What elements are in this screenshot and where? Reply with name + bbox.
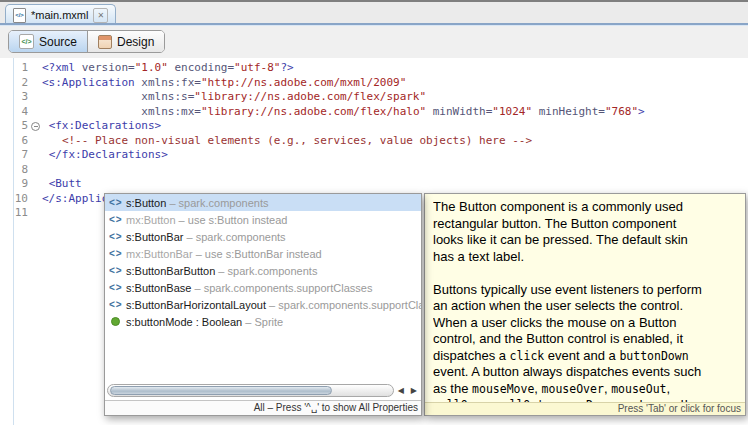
scrollbar-track[interactable] [107, 384, 394, 397]
line-number: 5 [0, 119, 31, 134]
code-line[interactable]: 5 <fx:Declarations> [0, 119, 748, 134]
code-line[interactable]: 9 <Butt [0, 177, 748, 192]
doc-paragraph: Buttons typically use event listeners to… [433, 282, 743, 403]
code-text: <fx:Declarations> [42, 119, 748, 134]
completion-name: s:Button [126, 197, 166, 209]
completion-item[interactable]: <>mx:Button – use s:Button instead [105, 211, 421, 228]
popup-hscrollbar[interactable]: ◀ ▶ [107, 382, 419, 399]
property-dot-icon [111, 317, 120, 326]
tag-icon: <> [109, 231, 126, 242]
completion-name: s:ButtonBarButton [126, 265, 215, 277]
code-text: xmlns:mx="library://ns.adobe.com/flex/ha… [42, 105, 748, 120]
completion-item[interactable]: s:buttonMode : Boolean – Sprite [105, 313, 421, 330]
completion-description: – spark.components [166, 197, 268, 209]
doc-status-text: Press 'Tab' or click for focus [425, 402, 745, 415]
completion-item[interactable]: <>s:ButtonBar – spark.components [105, 228, 421, 245]
scrollbar-arrows: ◀ ▶ [398, 386, 419, 395]
completion-description: – use s:ButtonBar instead [193, 248, 322, 260]
design-icon [98, 35, 112, 49]
collapse-icon[interactable] [31, 122, 40, 131]
code-completion-popup: <>s:Button – spark.components<>mx:Button… [104, 193, 422, 416]
tag-icon: <> [109, 197, 126, 208]
code-text: <s:Application xmlns:fx="http://ns.adobe… [42, 76, 748, 91]
completion-item[interactable]: <>s:ButtonBase – spark.components.suppor… [105, 279, 421, 296]
code-line[interactable]: 8 [0, 163, 748, 178]
close-icon[interactable]: ✕ [93, 8, 108, 23]
tag-icon: <> [109, 299, 126, 310]
completion-list: <>s:Button – spark.components<>mx:Button… [105, 194, 421, 330]
fold-column [31, 177, 42, 192]
code-line[interactable]: 6 <!-- Place non-visual elements (e.g., … [0, 134, 748, 149]
completion-name: s:ButtonBar [126, 231, 183, 243]
tag-icon: <> [109, 248, 126, 259]
code-line[interactable]: 7 </fx:Declarations> [0, 148, 748, 163]
line-number: 7 [0, 148, 31, 163]
fold-column [31, 76, 42, 91]
doc-tooltip-panel[interactable]: The Button component is a commonly used … [424, 193, 746, 416]
line-number: 6 [0, 134, 31, 149]
code-line[interactable]: 4 xmlns:mx="library://ns.adobe.com/flex/… [0, 105, 748, 120]
fold-column [31, 163, 42, 178]
code-line[interactable]: 1<?xml version="1.0" encoding="utf-8"?> [0, 61, 748, 76]
property-icon [109, 317, 126, 326]
scrollbar-thumb[interactable] [110, 386, 332, 395]
code-line[interactable]: 2<s:Application xmlns:fx="http://ns.adob… [0, 76, 748, 91]
fold-column [31, 105, 42, 120]
completion-name: mx:Button [126, 214, 176, 226]
fold-column [31, 206, 42, 221]
fold-column [31, 148, 42, 163]
design-button-label: Design [117, 35, 154, 49]
completion-description: – Sprite [242, 316, 283, 328]
completion-item[interactable]: <>s:ButtonBarButton – spark.components [105, 262, 421, 279]
source-code-icon: </> [19, 34, 34, 49]
line-number: 3 [0, 90, 31, 105]
code-line[interactable]: 3 xmlns:s="library://ns.adobe.com/flex/s… [0, 90, 748, 105]
source-button[interactable]: </> Source [9, 31, 87, 52]
code-text: xmlns:s="library://ns.adobe.com/flex/spa… [42, 90, 748, 105]
completion-description: – spark.components [183, 231, 285, 243]
source-design-switch: </> Source Design [8, 30, 165, 53]
mxml-file-icon: </> [13, 8, 26, 23]
completion-item[interactable]: <>s:Button – spark.components [105, 194, 421, 211]
doc-text: The Button component is a commonly used … [433, 199, 743, 402]
fold-column [31, 90, 42, 105]
line-number: 11 [0, 206, 31, 221]
scroll-right-icon[interactable]: ▶ [411, 386, 417, 395]
flash-builder-window: </> *main.mxml ✕ </> Source Design 1<?xm… [0, 0, 748, 425]
editor-tab-bar: </> *main.mxml ✕ [0, 0, 748, 23]
source-button-label: Source [39, 35, 77, 49]
line-number: 10 [0, 192, 31, 207]
completion-description: – use s:Button instead [176, 214, 288, 226]
tag-icon: <> [109, 214, 126, 225]
code-text: <?xml version="1.0" encoding="utf-8"?> [42, 61, 748, 76]
code-text: <Butt [42, 177, 748, 192]
completion-description: – spark.components.supportClasses [191, 282, 372, 294]
code-text [42, 163, 748, 178]
editor-mode-toolbar: </> Source Design [0, 26, 748, 58]
popup-status-text: All – Press '^␣' to show All Properties [105, 400, 421, 415]
fold-column [31, 119, 42, 134]
completion-name: mx:ButtonBar [126, 248, 193, 260]
scroll-left-icon[interactable]: ◀ [398, 386, 404, 395]
completion-description: – spark.components.supportClasses [266, 299, 421, 311]
tag-icon: <> [109, 265, 126, 276]
tag-icon: <> [109, 282, 126, 293]
completion-name: s:ButtonBarHorizontalLayout [126, 299, 266, 311]
completion-name: s:buttonMode : Boolean [126, 316, 242, 328]
line-number: 4 [0, 105, 31, 120]
completion-item[interactable]: <>s:ButtonBarHorizontalLayout – spark.co… [105, 296, 421, 313]
line-number: 1 [0, 61, 31, 76]
completion-item[interactable]: <>mx:ButtonBar – use s:ButtonBar instead [105, 245, 421, 262]
fold-column [31, 134, 42, 149]
code-text: </fx:Declarations> [42, 148, 748, 163]
tab-title: *main.mxml [31, 9, 88, 21]
line-number: 2 [0, 76, 31, 91]
fold-column [31, 61, 42, 76]
completion-name: s:ButtonBase [126, 282, 191, 294]
completion-description: – spark.components [215, 265, 317, 277]
line-number: 8 [0, 163, 31, 178]
tab-main-mxml[interactable]: </> *main.mxml ✕ [5, 4, 116, 25]
code-text: <!-- Place non-visual elements (e.g., se… [42, 134, 748, 149]
design-button[interactable]: Design [87, 31, 164, 52]
line-number: 9 [0, 177, 31, 192]
